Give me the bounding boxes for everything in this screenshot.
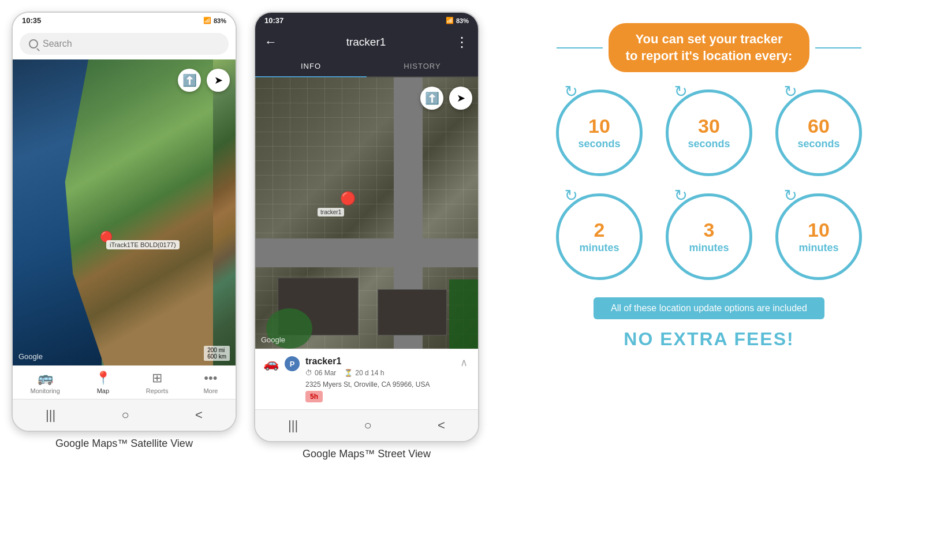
interval-10s-unit: seconds <box>578 138 620 150</box>
aerial-compass-button[interactable]: ⬆️ <box>420 87 443 110</box>
phone1-recent-btn[interactable]: ||| <box>34 405 67 425</box>
phone2-signal-icon: 📶 <box>446 17 454 24</box>
aerial-nav-icon: ➤ <box>457 92 465 104</box>
interval-3m: 3 minutes <box>666 193 752 280</box>
aerial-car-marker: 🔴 <box>340 191 356 206</box>
search-placeholder: Search <box>43 39 72 49</box>
aerial-google-watermark: Google <box>261 335 285 344</box>
nav-monitoring[interactable]: 🚌 Monitoring <box>31 371 60 394</box>
no-fees-text: All of these location update options are… <box>611 303 807 313</box>
phone1-time: 10:35 <box>22 16 41 25</box>
aerial-nav-button[interactable]: ➤ <box>449 87 472 110</box>
phone1-back-btn[interactable]: < <box>184 405 214 425</box>
tracker-meta-duration: ⏳ 20 d 14 h <box>344 369 384 377</box>
tracker-label: iTrack1TE BOLD(0177) <box>106 240 180 249</box>
interval-10s: 10 seconds <box>556 89 643 176</box>
interval-10m-unit: minutes <box>798 242 838 254</box>
compass-icon: ⬆️ <box>182 73 197 87</box>
info-title-banner: You can set your tracker to report it's … <box>609 23 810 72</box>
interval-10s-number: 10 <box>588 116 610 136</box>
main-container: 10:35 📶 83% Search ⬆️ <box>12 12 921 460</box>
scroll-indicator: ∧ <box>460 356 470 369</box>
infographic-panel: You can set your tracker to report it's … <box>497 12 921 361</box>
phone1-caption: Google Maps™ Satellite View <box>55 438 193 450</box>
map-scale: 200 mi 600 km <box>204 346 230 361</box>
phone1-frame: 10:35 📶 83% Search ⬆️ <box>12 12 237 432</box>
interval-30s: 30 seconds <box>666 89 752 176</box>
compass-button[interactable]: ⬆️ <box>178 69 201 92</box>
phone1-section: 10:35 📶 83% Search ⬆️ <box>12 12 237 450</box>
road-horizontal <box>255 238 478 267</box>
phone2-header: ← tracker1 ⋮ <box>255 28 478 56</box>
interval-2m: 2 minutes <box>556 193 643 280</box>
phone2-tabs: INFO HISTORY <box>255 56 478 77</box>
phone1-status-bar: 10:35 📶 83% <box>13 13 236 28</box>
monitoring-label: Monitoring <box>31 387 60 394</box>
satellite-map[interactable]: ⬆️ ➤ 🔴 iTrack1TE BOLD(0177) Google 200 m… <box>13 59 236 365</box>
phone2-status-bar: 10:37 📶 83% <box>255 13 478 28</box>
navigation-button[interactable]: ➤ <box>207 69 230 92</box>
more-label: More <box>203 387 218 394</box>
interval-60s-number: 60 <box>808 116 830 136</box>
phone2-time: 10:37 <box>264 16 283 25</box>
interval-2m-unit: minutes <box>579 242 619 254</box>
tracker-duration: 20 d 14 h <box>355 369 384 377</box>
tracker-car-icon: 🚗 <box>263 356 279 371</box>
tracker-address: 2325 Myers St, Oroville, CA 95966, USA <box>305 380 430 389</box>
scale-text-km: 600 km <box>207 353 226 360</box>
tab-history[interactable]: HISTORY <box>367 56 478 76</box>
phone1-nav-bar: 🚌 Monitoring 📍 Map ⊞ Reports ••• More <box>13 365 236 399</box>
phone2-section: 10:37 📶 83% ← tracker1 ⋮ INFO HISTORY <box>254 12 479 460</box>
phone2-back-btn[interactable]: < <box>426 416 457 435</box>
tracker-info-header: 🚗 P tracker1 ⏱ 06 Mar ⏳ <box>263 356 470 402</box>
interval-3m-unit: minutes <box>689 242 729 254</box>
info-title-text: You can set your tracker to report it's … <box>626 31 793 64</box>
tab-info-label: INFO <box>301 62 321 70</box>
timer-icon: ⏳ <box>344 369 353 377</box>
phone2-bottom-bar: ||| ○ < <box>255 409 478 441</box>
aerial-map[interactable]: 🔴 tracker1 ⬆️ ➤ Google <box>255 77 478 349</box>
phone2-caption: Google Maps™ Street View <box>303 448 431 460</box>
more-menu-button[interactable]: ⋮ <box>455 34 469 50</box>
phone1-signal-icon: 📶 <box>203 17 211 24</box>
nav-map[interactable]: 📍 Map <box>95 371 111 394</box>
map-label: Map <box>97 387 109 394</box>
interval-3m-number: 3 <box>704 220 715 240</box>
nav-more[interactable]: ••• More <box>203 371 218 394</box>
interval-30s-number: 30 <box>698 116 720 136</box>
phone2-frame: 10:37 📶 83% ← tracker1 ⋮ INFO HISTORY <box>254 12 479 442</box>
nav-reports[interactable]: ⊞ Reports <box>146 371 169 394</box>
reports-icon: ⊞ <box>152 371 162 386</box>
interval-30s-unit: seconds <box>688 138 730 150</box>
map-icon: 📍 <box>95 371 111 386</box>
phone1-home-btn[interactable]: ○ <box>110 405 140 425</box>
interval-10m: 10 minutes <box>775 193 862 280</box>
interval-10m-number: 10 <box>808 220 830 240</box>
phone2-status-icons: 📶 83% <box>446 17 469 24</box>
phone2-battery: 83% <box>456 17 469 24</box>
phone2-recent-btn[interactable]: ||| <box>277 416 309 435</box>
tracker-info-left: 🚗 P tracker1 ⏱ 06 Mar ⏳ <box>263 356 430 402</box>
tracker-date: 06 Mar <box>315 369 336 377</box>
phone2-home-btn[interactable]: ○ <box>352 416 383 435</box>
tracker-parking-badge: P <box>285 356 300 371</box>
tab-history-label: HISTORY <box>404 62 441 70</box>
scale-text: 200 mi <box>207 347 226 353</box>
aerial-tracker-label: tracker1 <box>318 208 344 216</box>
no-extra-fees-text: NO EXTRA FEES! <box>624 328 794 350</box>
google-watermark: Google <box>18 352 43 361</box>
nav-icon: ➤ <box>214 74 223 87</box>
building2 <box>378 289 447 335</box>
tracker-info-panel: 🚗 P tracker1 ⏱ 06 Mar ⏳ <box>255 349 478 409</box>
title-line2: to report it's location every: <box>626 48 793 63</box>
tab-info[interactable]: INFO <box>255 56 367 77</box>
title-line1: You can set your tracker <box>635 32 782 46</box>
back-button[interactable]: ← <box>264 35 277 50</box>
phone2-title: tracker1 <box>346 36 386 48</box>
intervals-grid: 10 seconds 30 seconds 60 seconds 2 minut… <box>556 89 862 280</box>
tracker-meta: ⏱ 06 Mar ⏳ 20 d 14 h <box>305 369 430 377</box>
phone1-search-bar: Search <box>13 28 236 59</box>
clock-icon: ⏱ <box>305 369 312 377</box>
search-input-mock[interactable]: Search <box>20 33 229 55</box>
tree-group2 <box>449 279 478 349</box>
